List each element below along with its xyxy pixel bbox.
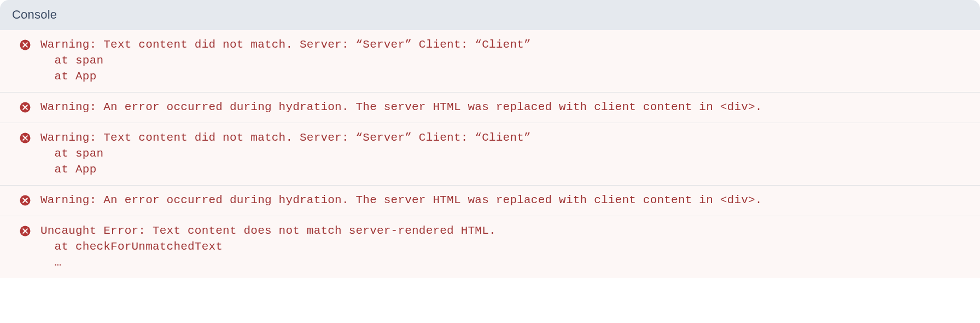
console-entry[interactable]: Warning: An error occurred during hydrat… [0, 93, 980, 123]
console-message: Uncaught Error: Text content does not ma… [40, 223, 496, 271]
console-message: Warning: An error occurred during hydrat… [40, 100, 762, 116]
error-icon [20, 39, 31, 50]
console-entries: Warning: Text content did not match. Ser… [0, 30, 980, 278]
console-message: Warning: Text content did not match. Ser… [40, 37, 531, 85]
error-icon [20, 226, 31, 237]
console-entry[interactable]: Warning: Text content did not match. Ser… [0, 30, 980, 93]
console-entry[interactable]: Warning: Text content did not match. Ser… [0, 123, 980, 186]
error-icon [20, 132, 31, 143]
console-message: Warning: An error occurred during hydrat… [40, 193, 762, 209]
console-entry[interactable]: Uncaught Error: Text content does not ma… [0, 216, 980, 278]
error-icon [20, 102, 31, 113]
console-panel: Console Warning: Text content did not ma… [0, 0, 980, 323]
console-header: Console [0, 0, 980, 30]
console-title: Console [12, 8, 57, 21]
error-icon [20, 195, 31, 206]
console-entry[interactable]: Warning: An error occurred during hydrat… [0, 186, 980, 216]
console-message: Warning: Text content did not match. Ser… [40, 130, 531, 178]
